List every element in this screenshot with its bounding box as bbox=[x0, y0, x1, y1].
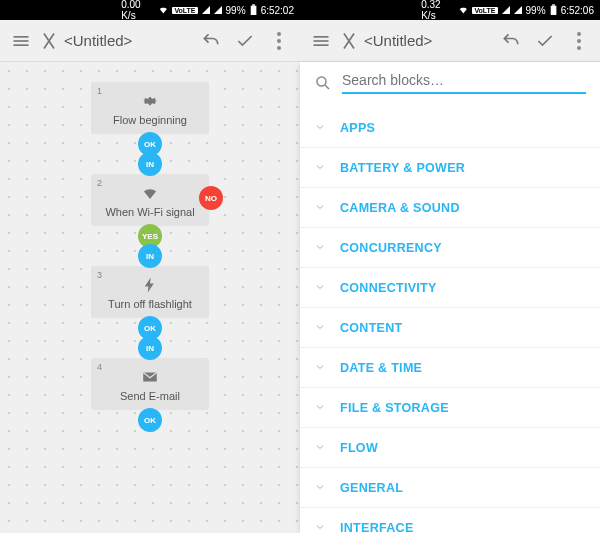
block-number: 3 bbox=[97, 270, 102, 280]
flow-canvas[interactable]: 1 Flow beginningOKIN2 When Wi-Fi signalN… bbox=[0, 62, 300, 533]
block-number: 1 bbox=[97, 86, 102, 96]
wifi-status-icon bbox=[158, 4, 169, 16]
block-chain: 1 Flow beginningOKIN2 When Wi-Fi signalN… bbox=[0, 82, 300, 430]
category-row[interactable]: BATTERY & POWER bbox=[300, 148, 600, 188]
category-row[interactable]: CONCURRENCY bbox=[300, 228, 600, 268]
category-label: CAMERA & SOUND bbox=[340, 201, 460, 215]
net-speed: 0.32 K/s bbox=[421, 0, 454, 21]
right-pane: 0.32 K/s VoLTE 99% 6:52:06 <Untitled> AP… bbox=[300, 0, 600, 533]
connector-out[interactable]: OK bbox=[138, 408, 162, 432]
block-label: Flow beginning bbox=[95, 114, 205, 126]
category-row[interactable]: CONTENT bbox=[300, 308, 600, 348]
block-number: 4 bbox=[97, 362, 102, 372]
chevron-down-icon bbox=[314, 319, 326, 337]
connector-in[interactable]: IN bbox=[138, 152, 162, 176]
signal-icon-1 bbox=[502, 6, 510, 14]
search-input[interactable] bbox=[342, 72, 586, 94]
flow-block[interactable]: 1 Flow beginning bbox=[91, 82, 209, 134]
bolt-icon bbox=[95, 276, 205, 294]
mail-icon bbox=[95, 368, 205, 386]
category-label: APPS bbox=[340, 121, 375, 135]
chevron-down-icon bbox=[314, 159, 326, 177]
block-label: Turn off flashlight bbox=[95, 298, 205, 310]
chevron-down-icon bbox=[314, 359, 326, 377]
battery-icon bbox=[550, 4, 557, 16]
svg-rect-7 bbox=[552, 4, 555, 5]
chevron-down-icon bbox=[314, 119, 326, 137]
category-row[interactable]: APPS bbox=[300, 108, 600, 148]
battery-pct: 99% bbox=[226, 5, 246, 16]
chevron-down-icon bbox=[314, 479, 326, 497]
search-row bbox=[300, 62, 600, 102]
chevron-down-icon bbox=[314, 239, 326, 257]
svg-rect-1 bbox=[252, 4, 255, 5]
chevron-down-icon bbox=[314, 399, 326, 417]
block-label: Send E-mail bbox=[95, 390, 205, 402]
category-label: GENERAL bbox=[340, 481, 403, 495]
svg-rect-6 bbox=[550, 6, 556, 15]
category-label: CONTENT bbox=[340, 321, 403, 335]
tools-icon[interactable] bbox=[38, 24, 60, 58]
battery-pct: 99% bbox=[526, 5, 546, 16]
overflow-menu[interactable] bbox=[262, 24, 296, 58]
undo-button[interactable] bbox=[194, 24, 228, 58]
category-row[interactable]: INTERFACE bbox=[300, 508, 600, 533]
gear-icon bbox=[95, 92, 205, 110]
category-label: FLOW bbox=[340, 441, 378, 455]
menu-icon[interactable] bbox=[304, 24, 338, 58]
chevron-down-icon bbox=[314, 519, 326, 534]
category-label: BATTERY & POWER bbox=[340, 161, 465, 175]
chevron-down-icon bbox=[314, 199, 326, 217]
battery-icon bbox=[250, 4, 257, 16]
category-row[interactable]: CONNECTIVITY bbox=[300, 268, 600, 308]
overflow-menu[interactable] bbox=[562, 24, 596, 58]
volte-badge: VoLTE bbox=[172, 7, 197, 14]
connector-no[interactable]: NO bbox=[199, 186, 223, 210]
chevron-down-icon bbox=[314, 439, 326, 457]
volte-badge: VoLTE bbox=[472, 7, 497, 14]
svg-point-11 bbox=[317, 77, 326, 86]
toolbar: <Untitled> bbox=[0, 20, 300, 62]
flow-block[interactable]: 4 Send E-mail bbox=[91, 358, 209, 410]
signal-icon-2 bbox=[214, 6, 222, 14]
category-row[interactable]: CAMERA & SOUND bbox=[300, 188, 600, 228]
menu-icon[interactable] bbox=[4, 24, 38, 58]
category-row[interactable]: FILE & STORAGE bbox=[300, 388, 600, 428]
category-row[interactable]: DATE & TIME bbox=[300, 348, 600, 388]
net-speed: 0.00 K/s bbox=[121, 0, 154, 21]
block-number: 2 bbox=[97, 178, 102, 188]
category-label: INTERFACE bbox=[340, 521, 414, 534]
signal-icon-2 bbox=[514, 6, 522, 14]
category-label: DATE & TIME bbox=[340, 361, 422, 375]
chevron-down-icon bbox=[314, 279, 326, 297]
tools-icon[interactable] bbox=[338, 24, 360, 58]
signal-icon-1 bbox=[202, 6, 210, 14]
svg-line-12 bbox=[325, 85, 329, 89]
category-row[interactable]: GENERAL bbox=[300, 468, 600, 508]
flow-block[interactable]: 2 When Wi-Fi signalNO bbox=[91, 174, 209, 226]
category-row[interactable]: FLOW bbox=[300, 428, 600, 468]
toolbar: <Untitled> bbox=[300, 20, 600, 62]
connector-in[interactable]: IN bbox=[138, 244, 162, 268]
clock: 6:52:02 bbox=[261, 5, 294, 16]
confirm-button[interactable] bbox=[528, 24, 562, 58]
flow-title[interactable]: <Untitled> bbox=[64, 32, 194, 49]
clock: 6:52:06 bbox=[561, 5, 594, 16]
svg-rect-0 bbox=[250, 6, 256, 15]
search-icon bbox=[314, 74, 332, 92]
undo-button[interactable] bbox=[494, 24, 528, 58]
category-label: CONNECTIVITY bbox=[340, 281, 437, 295]
category-label: CONCURRENCY bbox=[340, 241, 442, 255]
connector-in[interactable]: IN bbox=[138, 336, 162, 360]
block-label: When Wi-Fi signal bbox=[95, 206, 205, 218]
category-label: FILE & STORAGE bbox=[340, 401, 449, 415]
left-pane: 0.00 K/s VoLTE 99% 6:52:02 <Untitled> 1 … bbox=[0, 0, 300, 533]
flow-block[interactable]: 3 Turn off flashlight bbox=[91, 266, 209, 318]
wifi-status-icon bbox=[458, 4, 469, 16]
flow-title[interactable]: <Untitled> bbox=[364, 32, 494, 49]
status-bar: 0.32 K/s VoLTE 99% 6:52:06 bbox=[300, 0, 600, 20]
status-bar: 0.00 K/s VoLTE 99% 6:52:02 bbox=[0, 0, 300, 20]
confirm-button[interactable] bbox=[228, 24, 262, 58]
wifi-icon bbox=[95, 184, 205, 202]
block-picker-panel: APPS BATTERY & POWER CAMERA & SOUND CONC… bbox=[300, 62, 600, 533]
